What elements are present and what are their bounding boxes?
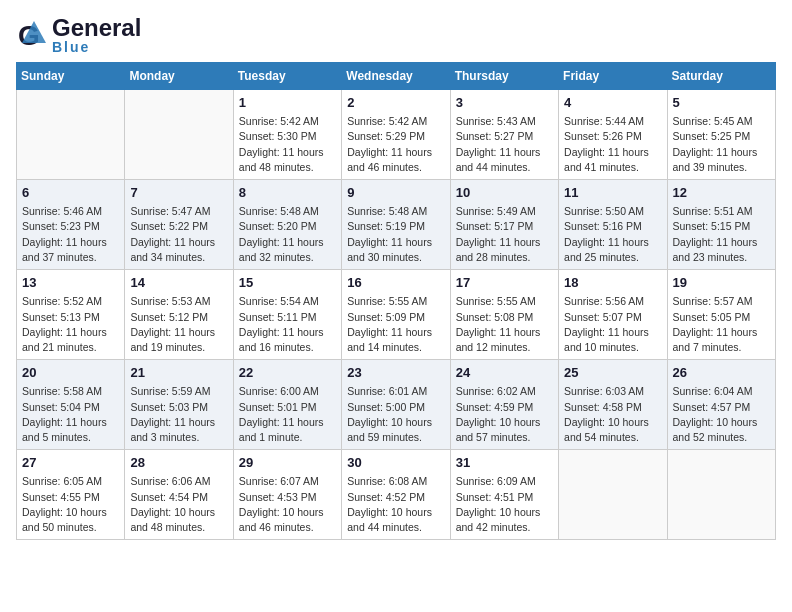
- day-info: Sunrise: 5:48 AM Sunset: 5:19 PM Dayligh…: [347, 204, 444, 265]
- day-info: Sunrise: 5:49 AM Sunset: 5:17 PM Dayligh…: [456, 204, 553, 265]
- day-number: 8: [239, 184, 336, 202]
- page-header: G General Blue: [16, 16, 776, 54]
- day-number: 2: [347, 94, 444, 112]
- calendar-header-row: SundayMondayTuesdayWednesdayThursdayFrid…: [17, 63, 776, 90]
- day-number: 5: [673, 94, 770, 112]
- day-number: 17: [456, 274, 553, 292]
- day-number: 24: [456, 364, 553, 382]
- weekday-header-sunday: Sunday: [17, 63, 125, 90]
- calendar-cell: 18Sunrise: 5:56 AM Sunset: 5:07 PM Dayli…: [559, 270, 667, 360]
- calendar-week-3: 13Sunrise: 5:52 AM Sunset: 5:13 PM Dayli…: [17, 270, 776, 360]
- day-info: Sunrise: 6:07 AM Sunset: 4:53 PM Dayligh…: [239, 474, 336, 535]
- calendar-cell: [125, 90, 233, 180]
- day-number: 11: [564, 184, 661, 202]
- day-number: 25: [564, 364, 661, 382]
- calendar-cell: 22Sunrise: 6:00 AM Sunset: 5:01 PM Dayli…: [233, 360, 341, 450]
- day-info: Sunrise: 5:51 AM Sunset: 5:15 PM Dayligh…: [673, 204, 770, 265]
- day-number: 3: [456, 94, 553, 112]
- calendar-cell: [17, 90, 125, 180]
- day-number: 13: [22, 274, 119, 292]
- calendar-cell: 27Sunrise: 6:05 AM Sunset: 4:55 PM Dayli…: [17, 450, 125, 540]
- calendar-cell: 11Sunrise: 5:50 AM Sunset: 5:16 PM Dayli…: [559, 180, 667, 270]
- calendar-cell: [559, 450, 667, 540]
- calendar-week-5: 27Sunrise: 6:05 AM Sunset: 4:55 PM Dayli…: [17, 450, 776, 540]
- calendar-cell: 13Sunrise: 5:52 AM Sunset: 5:13 PM Dayli…: [17, 270, 125, 360]
- day-number: 6: [22, 184, 119, 202]
- calendar-cell: 1Sunrise: 5:42 AM Sunset: 5:30 PM Daylig…: [233, 90, 341, 180]
- day-number: 18: [564, 274, 661, 292]
- day-info: Sunrise: 6:09 AM Sunset: 4:51 PM Dayligh…: [456, 474, 553, 535]
- logo: G General Blue: [16, 16, 141, 54]
- weekday-header-saturday: Saturday: [667, 63, 775, 90]
- day-number: 10: [456, 184, 553, 202]
- day-info: Sunrise: 6:01 AM Sunset: 5:00 PM Dayligh…: [347, 384, 444, 445]
- day-info: Sunrise: 5:53 AM Sunset: 5:12 PM Dayligh…: [130, 294, 227, 355]
- day-info: Sunrise: 5:47 AM Sunset: 5:22 PM Dayligh…: [130, 204, 227, 265]
- day-number: 19: [673, 274, 770, 292]
- day-number: 7: [130, 184, 227, 202]
- day-info: Sunrise: 5:58 AM Sunset: 5:04 PM Dayligh…: [22, 384, 119, 445]
- day-info: Sunrise: 5:46 AM Sunset: 5:23 PM Dayligh…: [22, 204, 119, 265]
- calendar-cell: 19Sunrise: 5:57 AM Sunset: 5:05 PM Dayli…: [667, 270, 775, 360]
- calendar-cell: 5Sunrise: 5:45 AM Sunset: 5:25 PM Daylig…: [667, 90, 775, 180]
- day-number: 20: [22, 364, 119, 382]
- calendar-cell: 12Sunrise: 5:51 AM Sunset: 5:15 PM Dayli…: [667, 180, 775, 270]
- day-info: Sunrise: 5:48 AM Sunset: 5:20 PM Dayligh…: [239, 204, 336, 265]
- weekday-header-tuesday: Tuesday: [233, 63, 341, 90]
- calendar-cell: 26Sunrise: 6:04 AM Sunset: 4:57 PM Dayli…: [667, 360, 775, 450]
- day-number: 23: [347, 364, 444, 382]
- day-number: 1: [239, 94, 336, 112]
- calendar-cell: 25Sunrise: 6:03 AM Sunset: 4:58 PM Dayli…: [559, 360, 667, 450]
- day-number: 12: [673, 184, 770, 202]
- day-info: Sunrise: 6:08 AM Sunset: 4:52 PM Dayligh…: [347, 474, 444, 535]
- day-info: Sunrise: 5:52 AM Sunset: 5:13 PM Dayligh…: [22, 294, 119, 355]
- day-info: Sunrise: 6:02 AM Sunset: 4:59 PM Dayligh…: [456, 384, 553, 445]
- day-number: 21: [130, 364, 227, 382]
- weekday-header-wednesday: Wednesday: [342, 63, 450, 90]
- day-info: Sunrise: 6:06 AM Sunset: 4:54 PM Dayligh…: [130, 474, 227, 535]
- day-number: 26: [673, 364, 770, 382]
- day-info: Sunrise: 5:50 AM Sunset: 5:16 PM Dayligh…: [564, 204, 661, 265]
- day-number: 28: [130, 454, 227, 472]
- logo-blue: Blue: [52, 40, 141, 54]
- day-info: Sunrise: 6:04 AM Sunset: 4:57 PM Dayligh…: [673, 384, 770, 445]
- day-info: Sunrise: 5:57 AM Sunset: 5:05 PM Dayligh…: [673, 294, 770, 355]
- calendar-cell: 14Sunrise: 5:53 AM Sunset: 5:12 PM Dayli…: [125, 270, 233, 360]
- day-number: 15: [239, 274, 336, 292]
- calendar-cell: 2Sunrise: 5:42 AM Sunset: 5:29 PM Daylig…: [342, 90, 450, 180]
- calendar-cell: 3Sunrise: 5:43 AM Sunset: 5:27 PM Daylig…: [450, 90, 558, 180]
- day-info: Sunrise: 5:45 AM Sunset: 5:25 PM Dayligh…: [673, 114, 770, 175]
- calendar-cell: 31Sunrise: 6:09 AM Sunset: 4:51 PM Dayli…: [450, 450, 558, 540]
- day-info: Sunrise: 5:55 AM Sunset: 5:08 PM Dayligh…: [456, 294, 553, 355]
- day-info: Sunrise: 5:55 AM Sunset: 5:09 PM Dayligh…: [347, 294, 444, 355]
- day-info: Sunrise: 5:54 AM Sunset: 5:11 PM Dayligh…: [239, 294, 336, 355]
- day-number: 27: [22, 454, 119, 472]
- calendar-body: 1Sunrise: 5:42 AM Sunset: 5:30 PM Daylig…: [17, 90, 776, 540]
- weekday-header-monday: Monday: [125, 63, 233, 90]
- day-number: 31: [456, 454, 553, 472]
- day-info: Sunrise: 5:59 AM Sunset: 5:03 PM Dayligh…: [130, 384, 227, 445]
- day-info: Sunrise: 6:00 AM Sunset: 5:01 PM Dayligh…: [239, 384, 336, 445]
- day-info: Sunrise: 5:42 AM Sunset: 5:29 PM Dayligh…: [347, 114, 444, 175]
- calendar-cell: 28Sunrise: 6:06 AM Sunset: 4:54 PM Dayli…: [125, 450, 233, 540]
- calendar-cell: 4Sunrise: 5:44 AM Sunset: 5:26 PM Daylig…: [559, 90, 667, 180]
- calendar-week-4: 20Sunrise: 5:58 AM Sunset: 5:04 PM Dayli…: [17, 360, 776, 450]
- day-number: 14: [130, 274, 227, 292]
- day-number: 30: [347, 454, 444, 472]
- calendar-cell: 7Sunrise: 5:47 AM Sunset: 5:22 PM Daylig…: [125, 180, 233, 270]
- calendar-cell: 8Sunrise: 5:48 AM Sunset: 5:20 PM Daylig…: [233, 180, 341, 270]
- logo-general: General: [52, 16, 141, 40]
- day-info: Sunrise: 5:44 AM Sunset: 5:26 PM Dayligh…: [564, 114, 661, 175]
- weekday-header-friday: Friday: [559, 63, 667, 90]
- calendar-cell: 16Sunrise: 5:55 AM Sunset: 5:09 PM Dayli…: [342, 270, 450, 360]
- calendar-cell: 9Sunrise: 5:48 AM Sunset: 5:19 PM Daylig…: [342, 180, 450, 270]
- calendar-cell: [667, 450, 775, 540]
- day-info: Sunrise: 5:43 AM Sunset: 5:27 PM Dayligh…: [456, 114, 553, 175]
- calendar-cell: 6Sunrise: 5:46 AM Sunset: 5:23 PM Daylig…: [17, 180, 125, 270]
- calendar-cell: 21Sunrise: 5:59 AM Sunset: 5:03 PM Dayli…: [125, 360, 233, 450]
- calendar-cell: 24Sunrise: 6:02 AM Sunset: 4:59 PM Dayli…: [450, 360, 558, 450]
- calendar-table: SundayMondayTuesdayWednesdayThursdayFrid…: [16, 62, 776, 540]
- calendar-cell: 20Sunrise: 5:58 AM Sunset: 5:04 PM Dayli…: [17, 360, 125, 450]
- day-number: 29: [239, 454, 336, 472]
- logo-icon: G: [16, 17, 52, 53]
